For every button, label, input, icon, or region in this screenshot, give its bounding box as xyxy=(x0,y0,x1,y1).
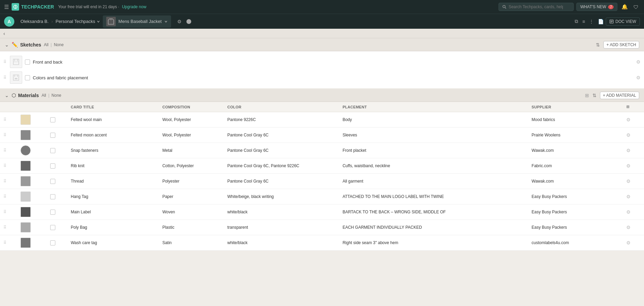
sketches-filter-all[interactable]: All xyxy=(44,42,48,47)
materials-columns-icon[interactable]: ⊞ xyxy=(585,93,589,98)
material-name-cell: Hang Tag xyxy=(67,189,159,204)
whats-new-button[interactable]: WHAT'S NEW 7 xyxy=(576,3,617,11)
material-checkbox[interactable] xyxy=(50,163,55,169)
material-settings-icon[interactable]: ⚙ xyxy=(626,209,631,215)
material-gear-cell[interactable]: ⚙ xyxy=(623,189,644,204)
material-gear-cell[interactable]: ⚙ xyxy=(623,143,644,158)
material-placement-cell: Right side seam 3" above hem xyxy=(339,235,528,251)
material-supplier-cell: Wawak.com xyxy=(528,143,623,158)
sketches-sort-icon[interactable]: ⇅ xyxy=(596,42,600,48)
drag-handle-cell[interactable]: ⠿ xyxy=(0,158,17,174)
drag-handle-icon[interactable]: ⠿ xyxy=(3,59,6,64)
global-search[interactable] xyxy=(499,3,574,11)
material-settings-icon[interactable]: ⚙ xyxy=(626,178,631,184)
material-check-cell[interactable] xyxy=(47,143,68,158)
shield-icon[interactable]: 🛡 xyxy=(632,4,640,10)
top-navigation: ☰ TECHPACKER Your free trial will end in… xyxy=(0,0,644,14)
material-check-cell[interactable] xyxy=(47,158,68,174)
material-placement-cell: Sleeves xyxy=(339,128,528,143)
drag-handle-cell[interactable]: ⠿ xyxy=(0,112,17,128)
svg-rect-9 xyxy=(15,78,17,79)
material-checkbox[interactable] xyxy=(50,194,55,199)
materials-filter-all[interactable]: All xyxy=(42,93,46,98)
drag-handle-cell[interactable]: ⠿ xyxy=(0,235,17,251)
drag-handle-cell[interactable]: ⠿ xyxy=(0,143,17,158)
drag-handle-icon-2[interactable]: ⠿ xyxy=(3,75,6,80)
material-thumbnail xyxy=(20,161,31,171)
sketches-toggle-icon[interactable]: ⌄ xyxy=(5,42,9,48)
svg-line-3 xyxy=(505,8,506,9)
material-gear-cell[interactable]: ⚙ xyxy=(623,220,644,235)
copy-icon[interactable]: ⧉ xyxy=(573,18,580,24)
table-row: ⠿ Snap fasteners Metal Pantone Cool Gray… xyxy=(0,143,644,158)
material-placement-cell: Front placket xyxy=(339,143,528,158)
sketches-list: ⠿ Front and back ⚙ ⠿ Colors and fabric p… xyxy=(0,51,644,88)
material-checkbox[interactable] xyxy=(50,240,55,245)
notification-bell-icon[interactable]: 🔔 xyxy=(620,4,629,10)
material-check-cell[interactable] xyxy=(47,204,68,220)
materials-toggle-icon[interactable]: ⌄ xyxy=(5,93,9,98)
material-gear-cell[interactable]: ⚙ xyxy=(623,204,644,220)
material-color-cell: Pantone Cool Gray 6C xyxy=(224,143,339,158)
breadcrumb-user[interactable]: Oleksandra B. xyxy=(18,19,51,24)
material-check-cell[interactable] xyxy=(47,189,68,204)
material-settings-icon[interactable]: ⚙ xyxy=(626,148,631,153)
material-settings-icon[interactable]: ⚙ xyxy=(626,163,631,169)
col-check-header xyxy=(47,102,68,112)
material-gear-cell[interactable]: ⚙ xyxy=(623,128,644,143)
material-checkbox[interactable] xyxy=(50,210,55,215)
material-check-cell[interactable] xyxy=(47,220,68,235)
breadcrumb-nav: A Oleksandra B. › Personal Techpacks Men… xyxy=(0,14,644,29)
material-check-cell[interactable] xyxy=(47,112,68,128)
collapse-toggle-icon[interactable]: ‹ xyxy=(3,31,5,36)
material-thumbnail xyxy=(20,207,31,217)
drag-handle-cell[interactable]: ⠿ xyxy=(0,174,17,189)
table-row: ⠿ Felted wool main Wool, Polyester Panto… xyxy=(0,112,644,128)
hamburger-menu-icon[interactable]: ☰ xyxy=(4,4,9,10)
col-supplier-header: Supplier xyxy=(528,102,623,112)
material-checkbox[interactable] xyxy=(50,133,55,138)
breadcrumb-techpacks[interactable]: Personal Techpacks xyxy=(53,19,103,24)
material-check-cell[interactable] xyxy=(47,235,68,251)
material-settings-icon[interactable]: ⚙ xyxy=(626,225,631,230)
material-settings-icon[interactable]: ⚙ xyxy=(626,194,631,199)
upgrade-link[interactable]: Upgrade now xyxy=(122,4,146,9)
more-options-icon[interactable]: ⋮ xyxy=(587,19,596,24)
material-gear-cell[interactable]: ⚙ xyxy=(623,174,644,189)
material-check-cell[interactable] xyxy=(47,174,68,189)
material-placement-cell: BARTACK TO THE BACK – WRONG SIDE, MIDDLE… xyxy=(339,204,528,220)
material-gear-cell[interactable]: ⚙ xyxy=(623,112,644,128)
sketch-gear-icon-1[interactable]: ⚙ xyxy=(636,59,641,65)
sketch-row-1: ⠿ Front and back ⚙ xyxy=(0,54,644,70)
settings-gear-icon[interactable]: ⚙ xyxy=(175,19,184,24)
material-check-cell[interactable] xyxy=(47,128,68,143)
material-checkbox[interactable] xyxy=(50,179,55,184)
sketch-gear-icon-2[interactable]: ⚙ xyxy=(636,75,641,80)
file-icon[interactable]: 📄 xyxy=(596,19,606,24)
doc-view-button[interactable]: DOC VIEW xyxy=(606,17,640,26)
sketch-checkbox-1[interactable] xyxy=(25,59,30,65)
material-checkbox[interactable] xyxy=(50,117,55,122)
material-gear-cell[interactable]: ⚙ xyxy=(623,158,644,174)
svg-point-2 xyxy=(503,5,505,8)
table-row: ⠿ Rib knit Cotton, Polyester Pantone Coo… xyxy=(0,158,644,174)
materials-filter-none[interactable]: None xyxy=(52,93,61,98)
add-sketch-button[interactable]: + ADD SKETCH xyxy=(603,41,639,49)
drag-handle-cell[interactable]: ⠿ xyxy=(0,189,17,204)
drag-handle-cell[interactable]: ⠿ xyxy=(0,128,17,143)
drag-handle-cell[interactable]: ⠿ xyxy=(0,204,17,220)
drag-handle-cell[interactable]: ⠿ xyxy=(0,220,17,235)
add-material-button[interactable]: + ADD MATERIAL xyxy=(600,92,639,99)
material-checkbox[interactable] xyxy=(50,225,55,230)
materials-sort-icon[interactable]: ⇅ xyxy=(592,93,597,98)
columns-toggle-icon[interactable]: ⊞ xyxy=(626,105,629,109)
search-input[interactable] xyxy=(508,4,563,9)
sketch-checkbox-2[interactable] xyxy=(25,75,30,80)
material-gear-cell[interactable]: ⚙ xyxy=(623,235,644,251)
material-settings-icon[interactable]: ⚙ xyxy=(626,240,631,245)
sketches-filter-none[interactable]: None xyxy=(54,42,64,47)
material-checkbox[interactable] xyxy=(50,148,55,153)
material-settings-icon[interactable]: ⚙ xyxy=(626,117,631,122)
material-settings-icon[interactable]: ⚙ xyxy=(626,132,631,138)
filter-icon[interactable]: ≡ xyxy=(580,19,587,24)
